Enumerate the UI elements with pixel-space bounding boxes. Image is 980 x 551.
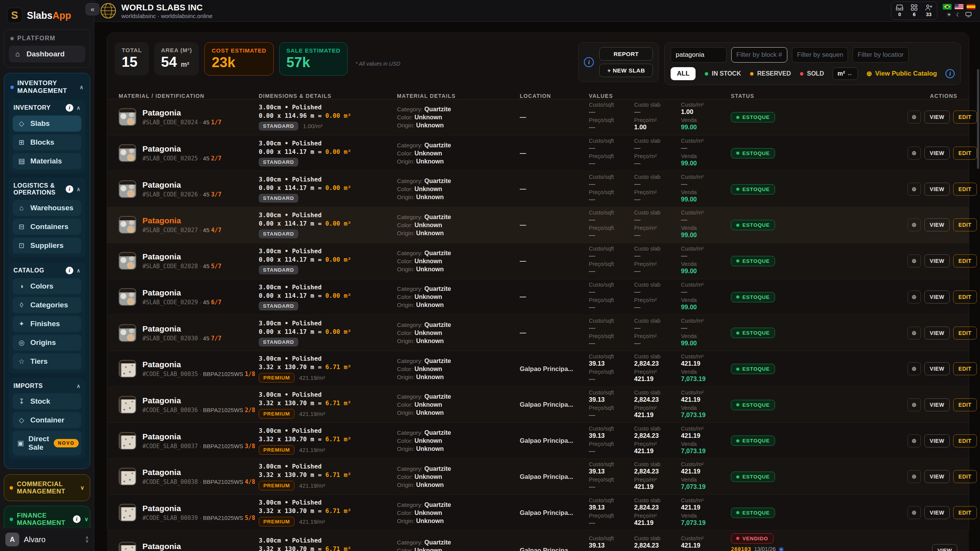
system-icon[interactable] [965,12,972,17]
counter-inbox-icon[interactable]: 0 [896,4,903,17]
group-header[interactable]: IMPORTS∧ [13,382,81,393]
sun-icon[interactable]: ☀ [947,12,952,18]
usa-flag[interactable] [955,4,963,10]
sidebar-item-colors[interactable]: ◑Colors [13,278,81,294]
sidebar-item-direct-sale[interactable]: ▣Direct SaleNOVO [13,431,81,455]
edit-button[interactable]: EDIT [953,218,977,231]
sidebar-section-commercial-management[interactable]: COMMERCIAL MANAGEMENT∨ [4,474,90,501]
sale-order-number[interactable]: 260103 [731,546,751,551]
sequence-filter-input[interactable] [792,47,848,63]
table-row[interactable]: Patagonia #CODE_SLAB_00039 · BBPA21025WS… [107,495,969,531]
material-name[interactable]: Patagonia [142,468,255,477]
slab-thumbnail[interactable] [119,396,136,414]
page-scrollbar[interactable] [977,69,979,169]
table-row[interactable]: Patagonia #SLAB_CODE_02027 · 45 4/7 3.00… [107,207,969,243]
slab-thumbnail[interactable] [119,504,136,521]
edit-button[interactable]: EDIT [953,362,977,375]
slab-thumbnail[interactable] [119,144,136,162]
edit-button[interactable]: EDIT [953,470,977,483]
edit-button[interactable]: EDIT [953,290,977,304]
eye-icon[interactable]: ◉ [779,546,784,551]
edit-button[interactable]: EDIT [953,434,977,447]
slab-thumbnail[interactable] [119,468,136,485]
moon-icon[interactable]: ☾ [956,12,961,18]
publish-globe-button[interactable]: ⊕ [907,362,921,375]
material-name[interactable]: Patagonia [142,542,255,551]
catalog-info-icon[interactable]: i [945,69,955,78]
material-name[interactable]: Patagonia [142,216,221,225]
slab-thumbnail[interactable] [119,180,136,198]
sidebar-item-stock[interactable]: ↧Stock [13,393,81,409]
filter-tab-in-stock[interactable]: IN STOCK [705,70,741,77]
slab-thumbnail[interactable] [119,432,136,450]
view-button[interactable]: VIEW [924,183,950,196]
view-button[interactable]: VIEW [924,506,950,519]
sidebar-item-warehouses[interactable]: ⌂Warehouses [13,200,81,216]
table-row[interactable]: Patagonia #CODE_SLAB_00040 · BBPA21025WS… [107,531,969,551]
publish-globe-button[interactable]: ⊕ [907,506,921,519]
view-button[interactable]: VIEW [924,147,950,160]
info-icon[interactable]: i [73,515,81,523]
publish-globe-button[interactable]: ⊕ [907,183,921,196]
material-name[interactable]: Patagonia [142,144,221,153]
info-icon[interactable]: i [66,267,73,274]
material-name[interactable]: Patagonia [142,180,221,190]
view-public-catalog-link[interactable]: ⊕ View Public Catalog [866,69,937,78]
table-row[interactable]: Patagonia #CODE_SLAB_00037 · BBPA21025WS… [107,423,969,459]
sidebar-item-materials[interactable]: ▤Materials [13,153,81,169]
sidebar-item-dashboard[interactable]: ⌂ Dashboard [9,46,85,63]
sidebar-item-suppliers[interactable]: ⊡Suppliers [13,238,81,254]
group-header[interactable]: LOGISTICS & OPERATIONSi∧ [13,181,81,200]
view-button[interactable]: VIEW [924,398,950,411]
info-icon[interactable]: i [584,57,594,67]
slab-thumbnail[interactable] [119,360,136,378]
table-row[interactable]: Patagonia #SLAB_CODE_02029 · 45 6/7 3.00… [107,279,969,315]
block-filter-input[interactable] [731,47,787,63]
material-name[interactable]: Patagonia [142,252,221,261]
view-button[interactable]: VIEW [924,470,950,483]
spain-flag[interactable] [967,4,975,10]
new-slab-button[interactable]: + NEW SLAB [599,64,653,77]
counter-grid-icon[interactable]: 6 [911,4,917,17]
edit-button[interactable]: EDIT [953,183,977,196]
sidebar-item-origins[interactable]: ◎Origins [13,335,81,351]
location-filter-input[interactable] [853,47,909,63]
inventory-management-header[interactable]: INVENTORY MANAGEMENT ∧ [9,78,85,99]
view-button[interactable]: VIEW [924,327,950,340]
publish-globe-button[interactable]: ⊕ [907,327,921,340]
edit-button[interactable]: EDIT [953,398,977,411]
view-button[interactable]: VIEW [924,290,950,304]
slab-thumbnail[interactable] [119,324,136,342]
slab-thumbnail[interactable] [119,216,136,234]
view-button[interactable]: VIEW [924,434,950,447]
sidebar-item-slabs[interactable]: ◇Slabs [13,115,81,132]
view-button[interactable]: VIEW [924,254,950,267]
material-name[interactable]: Patagonia [142,432,255,441]
slab-thumbnail[interactable] [119,252,136,270]
group-header[interactable]: CATALOGi∧ [13,266,81,278]
publish-globe-button[interactable]: ⊕ [907,434,921,447]
view-button[interactable]: VIEW [932,544,957,551]
edit-button[interactable]: EDIT [953,147,977,160]
slab-thumbnail[interactable] [119,288,136,306]
table-row[interactable]: Patagonia #CODE_SLAB_00038 · BBPA21025WS… [107,459,969,495]
sidebar-item-categories[interactable]: ◊Categories [13,297,81,313]
material-name[interactable]: Patagonia [142,396,255,405]
unit-toggle-button[interactable]: m² ↔ [833,68,858,80]
info-icon[interactable]: i [66,185,73,193]
material-name[interactable]: Patagonia [142,108,221,117]
material-name[interactable]: Patagonia [142,324,221,333]
material-name[interactable]: Patagonia [142,504,255,513]
publish-globe-button[interactable]: ⊕ [907,398,921,411]
publish-globe-button[interactable]: ⊕ [907,147,921,160]
edit-button[interactable]: EDIT [953,111,977,124]
filter-tab-reserved[interactable]: RESERVED [750,70,791,77]
group-header[interactable]: INVENTORYi∧ [13,103,81,115]
sidebar-item-tiers[interactable]: ☆Tiers [13,353,81,370]
user-menu[interactable]: A Alvaro ∧∨ [0,528,94,551]
info-icon[interactable]: i [66,104,73,112]
edit-button[interactable]: EDIT [953,327,977,340]
publish-globe-button[interactable]: ⊕ [907,254,921,267]
sidebar-collapse-button[interactable]: « [86,3,99,15]
table-row[interactable]: Patagonia #SLAB_CODE_02026 · 45 3/7 3.00… [107,171,969,207]
